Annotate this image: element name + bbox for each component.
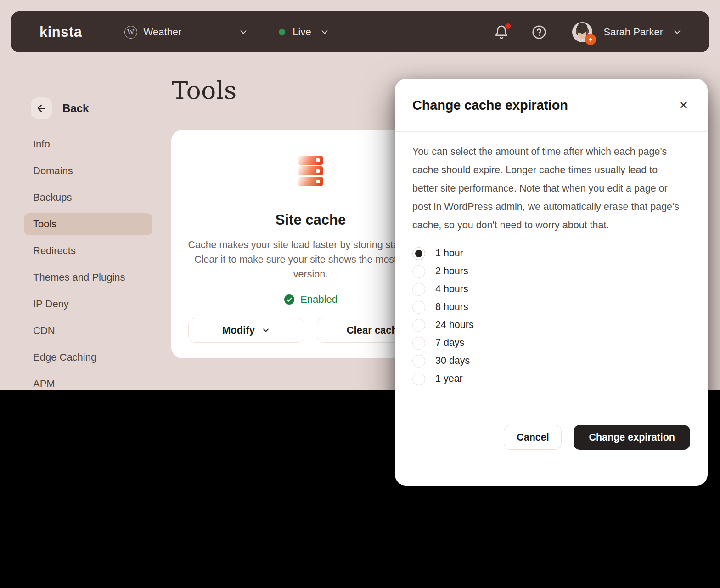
wordpress-icon: W xyxy=(124,26,137,39)
chevron-down-icon[interactable] xyxy=(238,27,248,37)
status-row: Enabled xyxy=(284,294,338,305)
radio-option-2-hours[interactable]: 2 hours xyxy=(412,262,690,280)
radio-option-4-hours[interactable]: 4 hours xyxy=(412,280,690,298)
notification-badge xyxy=(505,23,511,29)
bell-icon[interactable] xyxy=(494,25,509,40)
modal-header: Change cache expiration ✕ xyxy=(395,79,708,132)
back-label[interactable]: Back xyxy=(62,102,89,115)
radio-icon xyxy=(412,301,425,314)
sidebar-item-themes-and-plugins[interactable]: Themes and Plugins xyxy=(24,266,152,288)
avatar[interactable] xyxy=(572,22,592,42)
radio-option-1-year[interactable]: 1 year xyxy=(412,370,690,388)
radio-option-1-hour[interactable]: 1 hour xyxy=(412,244,690,262)
sidebar-item-info[interactable]: Info xyxy=(24,133,152,155)
modal-footer: Cancel Change expiration xyxy=(395,415,708,450)
arrow-left-icon xyxy=(36,103,47,114)
sidebar-item-ip-deny[interactable]: IP Deny xyxy=(24,293,152,315)
sidebar-item-tools[interactable]: Tools xyxy=(24,213,152,235)
radio-option-8-hours[interactable]: 8 hours xyxy=(412,298,690,316)
chevron-down-icon[interactable] xyxy=(672,27,682,37)
sidebar-item-redirects[interactable]: Redirects xyxy=(24,240,152,262)
card-title: Site cache xyxy=(276,212,346,228)
modify-button[interactable]: Modify xyxy=(188,318,304,343)
sidebar: Info Domains Backups Tools Redirects The… xyxy=(24,133,152,390)
back-button[interactable] xyxy=(30,97,52,119)
environment-label[interactable]: Live xyxy=(292,26,311,38)
radio-option-24-hours[interactable]: 24 hours xyxy=(412,316,690,334)
live-status-dot xyxy=(279,29,285,35)
radio-icon xyxy=(412,373,425,385)
user-name[interactable]: Sarah Parker xyxy=(603,26,663,38)
cancel-button[interactable]: Cancel xyxy=(504,425,562,450)
radio-icon xyxy=(412,247,425,260)
chevron-down-icon[interactable] xyxy=(320,27,330,37)
check-circle-icon xyxy=(284,294,295,305)
modal-body: You can select the amount of time after … xyxy=(395,132,708,388)
top-navbar: kinsta W Weather Live Sarah Parker xyxy=(11,11,709,52)
radio-icon xyxy=(412,283,425,296)
site-cache-icon xyxy=(298,156,323,186)
status-badge: Enabled xyxy=(300,294,338,305)
lightning-badge-icon xyxy=(585,34,596,45)
help-icon[interactable] xyxy=(532,25,546,40)
navbar-right-group: Sarah Parker xyxy=(494,22,682,42)
modal-description: You can select the amount of time after … xyxy=(412,142,684,234)
sidebar-item-edge-caching[interactable]: Edge Caching xyxy=(24,346,152,368)
radio-icon xyxy=(412,319,425,332)
change-expiration-button[interactable]: Change expiration xyxy=(574,425,690,450)
cache-expiration-options: 1 hour 2 hours 4 hours 8 hours 24 hours … xyxy=(412,244,690,388)
back-row: Back xyxy=(30,97,89,119)
kinsta-logo: kinsta xyxy=(39,24,82,40)
sidebar-item-cdn[interactable]: CDN xyxy=(24,320,152,342)
page-title: Tools xyxy=(172,76,237,104)
modal-title: Change cache expiration xyxy=(412,98,568,113)
radio-option-7-days[interactable]: 7 days xyxy=(412,334,690,352)
sidebar-item-backups[interactable]: Backups xyxy=(24,187,152,209)
radio-icon xyxy=(412,265,425,278)
radio-option-30-days[interactable]: 30 days xyxy=(412,352,690,370)
sidebar-item-apm[interactable]: APM xyxy=(24,373,152,390)
sidebar-item-domains[interactable]: Domains xyxy=(24,160,152,182)
site-switcher-label[interactable]: Weather xyxy=(144,26,182,38)
chevron-down-icon xyxy=(261,326,270,335)
radio-icon xyxy=(412,337,425,350)
radio-icon xyxy=(412,355,425,368)
close-icon[interactable]: ✕ xyxy=(677,98,690,113)
change-cache-expiration-modal: Change cache expiration ✕ You can select… xyxy=(395,79,708,486)
